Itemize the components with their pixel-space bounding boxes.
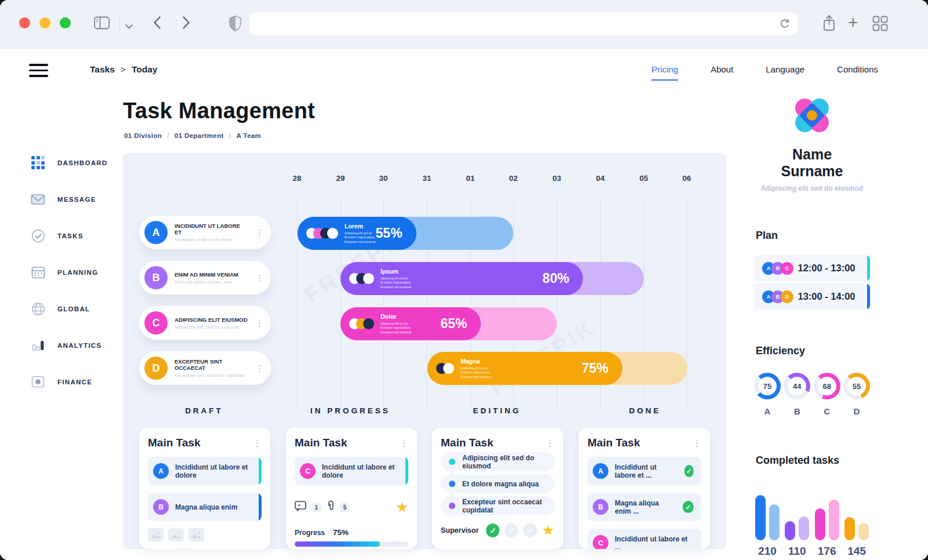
division-label[interactable]: 01 Division	[124, 132, 162, 139]
sidebar-toggle-icon[interactable]	[94, 16, 110, 32]
image-placeholder-icon[interactable]	[148, 528, 164, 541]
efficiency-donuts: 75 44 68 55	[754, 373, 870, 399]
forward-icon[interactable]	[183, 16, 190, 31]
menu-icon[interactable]	[29, 64, 48, 77]
kebab-menu-icon[interactable]: ⋮	[546, 439, 554, 448]
kanban-card-done[interactable]: Main Task⋮ A Incididunt ut labore et ...…	[579, 428, 710, 549]
sidebar-item-finance[interactable]: FINANCE	[30, 363, 107, 400]
image-placeholder-icon[interactable]	[168, 528, 184, 541]
gantt-bar-lorem[interactable]: LoremAdipiscing elit sed do Et dolore ma…	[298, 217, 513, 250]
avatar: C	[300, 463, 316, 479]
shield-icon[interactable]	[229, 15, 242, 34]
task-item[interactable]: B Magna aliqua enim	[148, 493, 262, 521]
check-approved-icon[interactable]: ✓	[486, 523, 499, 537]
paperclip-icon[interactable]	[180, 548, 188, 549]
sidebar-item-analytics[interactable]: ANALYTICS	[30, 327, 107, 363]
nav-conditions[interactable]: Conditions	[837, 64, 878, 81]
task-item[interactable]: C Incididunt ut labore et ...	[588, 529, 701, 549]
checklist-item[interactable]: Adipiscing elit sed do eiusmod	[441, 452, 554, 471]
team-label[interactable]: A Team	[236, 132, 261, 139]
checklist-item[interactable]: Excepteur sint occaecat cupidatat	[441, 496, 554, 515]
kanban-card-draft[interactable]: Main Task⋮ A Incididunt ut labore et dol…	[139, 428, 270, 549]
avatar: A	[144, 221, 168, 244]
done-check-icon: ✓	[683, 501, 694, 513]
address-bar[interactable]	[249, 12, 798, 35]
close-window-button[interactable]	[19, 17, 30, 28]
tab-overview-icon[interactable]	[872, 16, 888, 34]
progress-label: Progress	[295, 529, 325, 537]
nav-about[interactable]: About	[710, 64, 733, 81]
check-circle-icon	[30, 229, 46, 243]
kebab-menu-icon[interactable]: ⋮	[253, 439, 262, 448]
star-icon[interactable]: ★	[249, 548, 262, 549]
sidebar-item-tasks[interactable]: TASKS	[30, 217, 107, 254]
gridline	[687, 198, 687, 408]
kanban-card-in-progress[interactable]: Main Task⋮ C Incididunt ut labore et dol…	[286, 428, 417, 549]
gantt-date: 06	[682, 174, 691, 183]
plan-slot[interactable]: A B D 13:00 - 14:00	[754, 283, 870, 310]
back-icon[interactable]	[154, 16, 161, 31]
task-item[interactable]: B Magna aliqua enim ... ✓	[588, 493, 701, 521]
gantt-task-d[interactable]: D EXCEPTEUR SINT OCCAECATExcepteur sint …	[139, 351, 271, 385]
column-label-done: DONE	[629, 406, 661, 415]
share-icon[interactable]	[822, 14, 836, 34]
sidebar-item-message[interactable]: MESSAGE	[30, 181, 107, 217]
nav-pricing[interactable]: Pricing	[651, 64, 678, 81]
kebab-menu-icon[interactable]: ⋮	[255, 274, 264, 282]
breadcrumb-today[interactable]: Today	[132, 64, 158, 75]
sidebar-item-global[interactable]: GLOBAL	[30, 290, 107, 327]
chevron-down-icon[interactable]	[125, 21, 133, 31]
kebab-menu-icon[interactable]: ⋮	[255, 319, 264, 328]
gantt-bar-dolor[interactable]: DolorAdipiscing elit sed do Et dolore ma…	[340, 307, 557, 340]
star-icon[interactable]: ★	[396, 500, 408, 514]
task-item[interactable]: A Incididunt ut labore et ... ✓	[588, 457, 701, 485]
checklist-item[interactable]: Et dolore magna aliqua	[441, 474, 554, 493]
gantt-bar-ipsum[interactable]: IpsumAdipiscing elit sed do Et dolore ma…	[340, 262, 644, 295]
reload-icon[interactable]	[779, 18, 791, 32]
avatar: C	[593, 535, 608, 549]
app-page: Tasks > Today Pricing About Language Con…	[0, 49, 928, 560]
avatar: C	[144, 311, 168, 334]
kebab-menu-icon[interactable]: ⋮	[693, 439, 701, 448]
kebab-menu-icon[interactable]: ⋮	[400, 439, 408, 448]
comment-count: 1	[311, 502, 322, 513]
donut-chart-a: 75	[754, 373, 781, 399]
gantt-date: 31	[422, 174, 431, 183]
minimize-window-button[interactable]	[39, 17, 50, 28]
sidebar-item-dashboard[interactable]: DASHBOARD	[30, 144, 107, 181]
breadcrumb-tasks[interactable]: Tasks	[90, 64, 115, 75]
gantt-task-b[interactable]: B ENIM AD MINIM VENIAMEnim ad minim veni…	[139, 261, 271, 294]
comment-icon[interactable]	[295, 501, 306, 514]
nav-language[interactable]: Language	[766, 64, 804, 81]
efficiency-labels: ABCD	[754, 406, 870, 416]
task-item[interactable]: C Incididunt ut labore et dolore	[295, 457, 408, 485]
bar-label: Magna	[461, 358, 491, 365]
paperclip-icon[interactable]	[327, 500, 335, 514]
department-label[interactable]: 01 Department	[175, 132, 224, 139]
kanban-card-editing[interactable]: Main Task⋮ Adipiscing elit sed do eiusmo…	[432, 428, 563, 549]
column-label-in-progress: IN PROGRESS	[310, 406, 390, 415]
fullscreen-window-button[interactable]	[60, 17, 71, 28]
check-pending-icon[interactable]: ✓	[505, 523, 518, 537]
gantt-task-c[interactable]: C ADIPISCING ELIT EIUSMODAdipiscing elit…	[139, 306, 271, 340]
image-placeholder-icon[interactable]	[188, 528, 204, 541]
finance-icon	[30, 376, 46, 388]
new-tab-icon[interactable]: +	[848, 16, 858, 29]
chart-bar	[858, 523, 869, 540]
gantt-task-a[interactable]: A INCIDIDUNT UT LABORE ETIncididunt ut l…	[139, 216, 271, 249]
gantt-bar-magna[interactable]: MagnaAdipiscing elit sed do Et dolore ma…	[427, 352, 687, 385]
kebab-menu-icon[interactable]: ⋮	[255, 364, 264, 373]
gantt-date: 04	[596, 174, 604, 183]
plan-slot[interactable]: A B C 12:00 - 13:00	[754, 255, 870, 281]
sidebar-item-planning[interactable]: PLANNING	[30, 254, 107, 290]
breadcrumb-separator: >	[121, 64, 126, 75]
progress-value: 75%	[333, 528, 349, 537]
task-item[interactable]: A Incididunt ut labore et dolore	[148, 457, 262, 485]
check-pending-icon[interactable]: ✓	[523, 523, 536, 537]
gantt-panel: FREEPIK FREEPIK 28 29 30 31 01 02 03 04 …	[123, 153, 726, 549]
kebab-menu-icon[interactable]: ⋮	[255, 228, 264, 237]
attachment-count: 5	[339, 502, 350, 513]
address-bar-input[interactable]	[249, 12, 798, 35]
star-icon[interactable]: ★	[542, 523, 555, 537]
plan-heading: Plan	[756, 230, 778, 242]
